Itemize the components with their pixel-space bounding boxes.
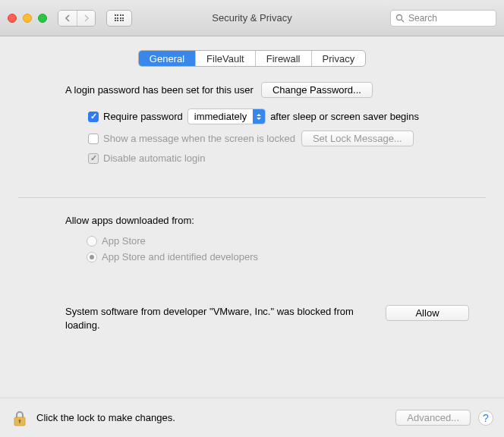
require-password-delay-value: immediately	[194, 111, 247, 122]
svg-rect-4	[19, 421, 20, 423]
show-lock-message-label: Show a message when the screen is locked	[103, 133, 295, 144]
forward-button[interactable]	[77, 11, 95, 26]
allow-identified-developers-radio	[87, 252, 97, 263]
tab-privacy[interactable]: Privacy	[311, 51, 366, 66]
allow-apps-heading: Allow apps downloaded from:	[65, 215, 439, 226]
lock-icon	[12, 410, 27, 426]
set-lock-message-button: Set Lock Message...	[301, 130, 414, 146]
show-lock-message-checkbox[interactable]	[88, 134, 99, 144]
chevron-left-icon	[65, 14, 71, 22]
grid-icon	[115, 14, 124, 21]
help-button[interactable]: ?	[478, 410, 493, 426]
nav-back-forward	[58, 10, 96, 27]
back-button[interactable]	[58, 11, 77, 26]
search-placeholder: Search	[408, 13, 437, 24]
tab-filevault[interactable]: FileVault	[195, 51, 255, 66]
svg-point-0	[397, 14, 402, 20]
require-password-checkbox[interactable]	[88, 112, 99, 122]
search-icon	[395, 14, 405, 23]
lock-button[interactable]	[11, 409, 29, 427]
window-controls	[8, 14, 47, 23]
allow-blocked-button[interactable]: Allow	[386, 305, 469, 321]
svg-line-1	[402, 20, 404, 22]
blocked-software-message: System software from developer "VMware, …	[65, 305, 354, 332]
zoom-window-button[interactable]	[38, 14, 47, 23]
close-window-button[interactable]	[8, 14, 17, 23]
lock-hint-text: Click the lock to make changes.	[36, 412, 175, 423]
require-password-label: Require password	[103, 111, 183, 122]
chevron-right-icon	[83, 14, 90, 22]
tab-general[interactable]: General	[139, 51, 195, 66]
change-password-button[interactable]: Change Password...	[261, 82, 373, 98]
search-input[interactable]: Search	[390, 10, 496, 27]
require-password-after-text: after sleep or screen saver begins	[270, 111, 419, 122]
allow-identified-developers-label: App Store and identified developers	[102, 251, 258, 263]
minimize-window-button[interactable]	[23, 14, 32, 23]
disable-auto-login-label: Disable automatic login	[103, 152, 205, 164]
tab-firewall[interactable]: Firewall	[255, 51, 311, 66]
tab-bar: General FileVault Firewall Privacy	[138, 50, 366, 67]
advanced-button[interactable]: Advanced...	[395, 410, 471, 426]
require-password-delay-dropdown[interactable]: immediately	[187, 108, 266, 124]
disable-auto-login-checkbox[interactable]	[88, 153, 99, 164]
allow-app-store-radio	[87, 236, 97, 247]
allow-app-store-label: App Store	[102, 235, 146, 247]
show-all-prefs-button[interactable]	[106, 10, 132, 27]
chevron-up-down-icon	[253, 109, 265, 124]
login-password-set-text: A login password has been set for this u…	[65, 84, 254, 96]
